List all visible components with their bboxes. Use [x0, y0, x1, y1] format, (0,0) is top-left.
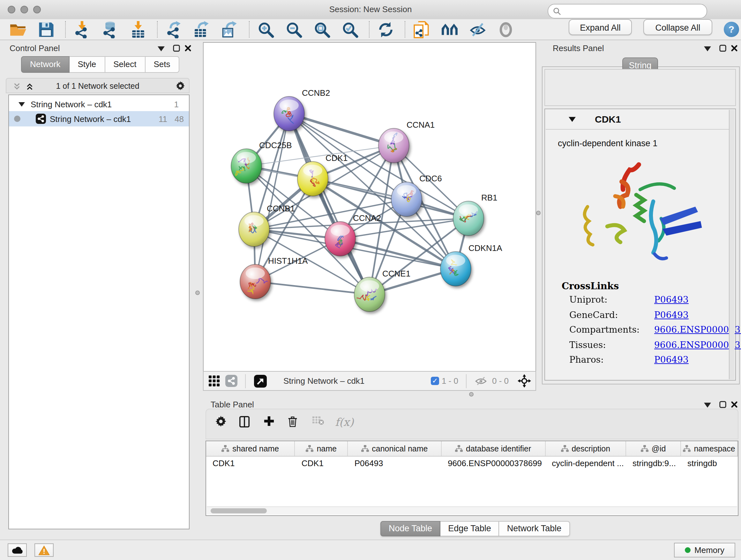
column-header-database-identifier[interactable]: database identifier: [441, 441, 545, 456]
results-panel-float-icon[interactable]: [718, 44, 728, 52]
network-node-HIST1H1A[interactable]: HIST1H1A: [240, 256, 308, 299]
scrollbar-thumb[interactable]: [211, 508, 267, 513]
network-edge-CCNB2-CCNE1[interactable]: [289, 114, 369, 294]
column-header-name[interactable]: name: [295, 441, 348, 456]
network-edge-HIST1H1A-CCNE1[interactable]: [255, 282, 369, 294]
table-cell[interactable]: P06493: [348, 456, 441, 471]
table-cell[interactable]: cyclin-dependent ...: [545, 456, 626, 471]
search-input[interactable]: [563, 5, 703, 17]
network-row-selected[interactable]: String Network – cdk1 11 48: [9, 111, 189, 126]
column-header-@id[interactable]: @id: [626, 441, 681, 456]
vertical-splitter-handle[interactable]: [195, 291, 200, 295]
crosslink-link[interactable]: 9606.ENSP00000378699: [654, 324, 741, 334]
collapse-all-button[interactable]: Collapse All: [643, 19, 712, 35]
crosslink-link[interactable]: P06493: [654, 309, 689, 320]
grid-view-icon[interactable]: [209, 375, 220, 387]
table-panel-menu-icon[interactable]: [702, 400, 712, 409]
show-columns-icon[interactable]: [239, 416, 250, 428]
column-header-shared-name[interactable]: shared name: [206, 441, 295, 456]
export-table-icon[interactable]: [192, 20, 212, 39]
table-cell[interactable]: CDK1: [295, 456, 348, 471]
zoom-out-icon[interactable]: [283, 20, 304, 39]
crosslink-link[interactable]: 9606.ENSP00000378699: [654, 339, 741, 350]
gear-icon[interactable]: [175, 81, 185, 90]
network-node-CDC25B[interactable]: CDC25B: [231, 140, 292, 183]
table-cell[interactable]: CDK1: [206, 456, 295, 471]
tab-sets[interactable]: Sets: [145, 56, 179, 73]
node-label-CCNA2: CCNA2: [353, 213, 381, 223]
network-selection-status: 1 of 1 Network selected: [6, 82, 189, 91]
results-scrollbar[interactable]: [729, 110, 735, 379]
column-header-description[interactable]: description: [545, 441, 626, 456]
network-node-CDKN1A[interactable]: CDKN1A: [441, 243, 502, 286]
results-panel-menu-icon[interactable]: [702, 44, 712, 53]
control-panel-title: Control Panel: [10, 44, 60, 53]
import-table-icon[interactable]: [128, 20, 148, 39]
tab-style[interactable]: Style: [69, 56, 105, 73]
open-in-window-icon[interactable]: [254, 374, 267, 387]
duplicate-network-icon[interactable]: [411, 20, 431, 39]
table-gear-icon[interactable]: [215, 416, 226, 427]
warnings-button[interactable]: [35, 543, 54, 557]
column-header-canonical-name[interactable]: canonical name: [348, 441, 441, 456]
tab-select[interactable]: Select: [105, 56, 145, 73]
collapse-entry-icon[interactable]: [569, 117, 576, 122]
table-cell[interactable]: stringdb:9...: [626, 456, 681, 471]
network-edge-CCNB2-CCNA1[interactable]: [289, 114, 394, 145]
network-node-RB1[interactable]: RB1: [453, 193, 497, 236]
table-cell[interactable]: stringdb: [681, 456, 738, 471]
control-panel-float-icon[interactable]: [171, 44, 181, 52]
network-node-CCNE1[interactable]: CCNE1: [354, 269, 410, 312]
crosslink-link[interactable]: P06493: [654, 294, 689, 305]
delete-column-trash-icon[interactable]: [288, 416, 297, 428]
zoom-fit-content-icon[interactable]: [312, 20, 332, 39]
network-node-CCNA1[interactable]: CCNA1: [379, 120, 434, 163]
control-panel-menu-icon[interactable]: [156, 44, 166, 53]
results-panel-close-icon[interactable]: [729, 44, 739, 52]
refresh-network-icon[interactable]: [375, 20, 396, 39]
import-network-icon[interactable]: [71, 20, 92, 39]
tree-expand-icon[interactable]: [18, 102, 25, 106]
selected-checkbox-icon[interactable]: ✓: [431, 377, 439, 385]
network-canvas[interactable]: CCNB2 CCNA1 CDC25B CDK1 CDC6 RB1 CCNB1: [203, 42, 536, 372]
cloud-button[interactable]: [8, 543, 27, 557]
table-panel-close-icon[interactable]: [729, 400, 739, 409]
import-network-from-database-icon[interactable]: [99, 20, 120, 39]
hide-selected-icon[interactable]: [467, 20, 488, 39]
export-network-icon[interactable]: [163, 20, 184, 39]
table-cell[interactable]: 9606.ENSP00000378699: [441, 456, 545, 471]
table-horizontal-scrollbar[interactable]: [207, 506, 737, 515]
tab-network-table[interactable]: Network Table: [499, 521, 570, 537]
show-all-icon[interactable]: [495, 20, 516, 39]
expand-all-button[interactable]: Expand All: [569, 19, 632, 35]
add-column-icon[interactable]: [264, 416, 274, 427]
horizontal-splitter-handle[interactable]: [469, 392, 474, 396]
result-entry-header[interactable]: CDK1: [546, 110, 730, 130]
vertical-splitter-handle[interactable]: [536, 211, 541, 215]
memory-label: Memory: [694, 545, 724, 555]
network-collection-row[interactable]: String Network – cdk1 1: [9, 97, 189, 111]
node-table: shared namenamecanonical namedatabase id…: [205, 441, 738, 516]
table-row[interactable]: CDK1CDK1P064939606.ENSP00000378699cyclin…: [206, 456, 738, 471]
hidden-eye-slash-icon[interactable]: [475, 376, 487, 386]
tab-network[interactable]: Network: [21, 56, 69, 73]
crosslink-link[interactable]: P06493: [654, 354, 689, 365]
move-crosshair-icon[interactable]: [518, 374, 531, 388]
string-style-icon[interactable]: [225, 375, 238, 387]
birds-eye-view-icon[interactable]: [439, 20, 460, 39]
control-panel-close-icon[interactable]: [183, 44, 193, 52]
column-header-namespace[interactable]: namespace: [681, 441, 738, 456]
export-image-icon[interactable]: [219, 20, 240, 39]
memory-button[interactable]: Memory: [674, 543, 735, 557]
toolbar-separator: [405, 21, 406, 38]
node-label-CCNA1: CCNA1: [407, 120, 434, 130]
tab-edge-table[interactable]: Edge Table: [441, 521, 499, 537]
zoom-in-icon[interactable]: [255, 20, 276, 39]
open-session-icon[interactable]: [8, 20, 28, 39]
save-session-icon[interactable]: [36, 20, 56, 39]
table-panel-float-icon[interactable]: [718, 400, 728, 409]
memory-status-dot-icon: [685, 547, 690, 553]
zoom-selected-icon[interactable]: [340, 20, 360, 39]
tab-node-table[interactable]: Node Table: [381, 521, 441, 537]
help-button[interactable]: ?: [724, 22, 739, 37]
